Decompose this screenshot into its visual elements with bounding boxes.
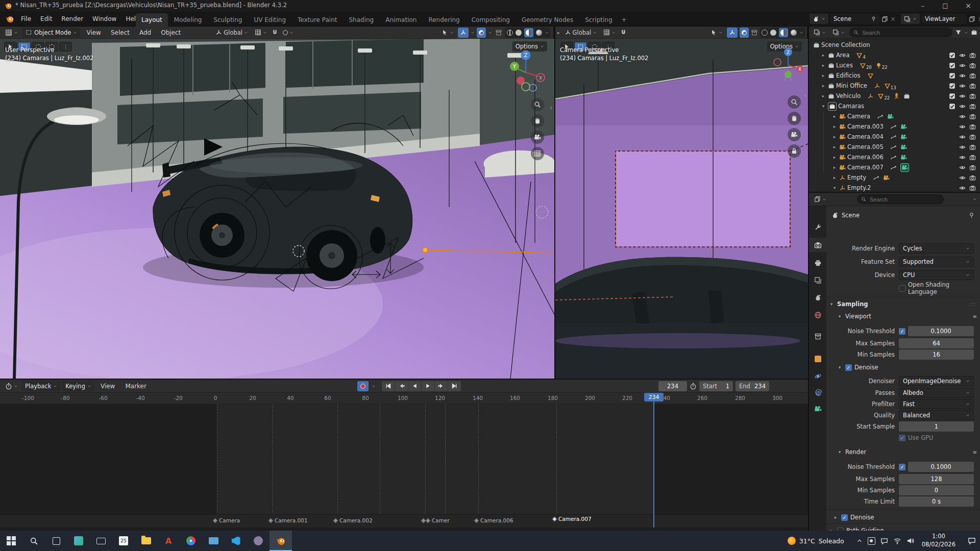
shading-wireframe-icon[interactable] (507, 30, 513, 36)
tab-object-data[interactable] (809, 402, 826, 415)
taskbar-search-button[interactable] (22, 531, 45, 551)
eye-icon[interactable] (959, 103, 966, 110)
notification-center-icon[interactable] (968, 537, 976, 545)
outliner-row-luces[interactable]: ▸ Luces 20 22 (809, 60, 980, 70)
tab-layout[interactable]: Layout (136, 13, 168, 27)
pin-icon[interactable] (968, 212, 975, 219)
proportional-editing-dropdown[interactable] (281, 28, 296, 38)
taskbar-app-gimp[interactable] (247, 531, 270, 551)
jump-to-start-button[interactable] (382, 381, 395, 391)
render-visibility-icon[interactable] (969, 83, 976, 89)
collapse-chevron-icon[interactable]: ▾ (820, 104, 826, 109)
expand-chevron-icon[interactable]: ▸ (831, 124, 838, 129)
tab-geometry-nodes[interactable]: Geometry Nodes (516, 13, 579, 27)
noise-threshold-checkbox[interactable]: ✓ (899, 464, 905, 470)
new-viewlayer-icon[interactable] (969, 16, 975, 22)
eye-icon[interactable] (959, 62, 966, 69)
expand-chevron-icon[interactable]: ▸ (820, 53, 826, 58)
outliner-row-empty[interactable]: ▸ Empty (809, 172, 980, 183)
tab-physics[interactable] (809, 369, 826, 383)
expand-chevron-icon[interactable]: ▸ (820, 93, 826, 98)
timeline-editor-type-dropdown[interactable] (3, 381, 20, 391)
menu-file[interactable]: File (16, 11, 36, 27)
maximize-button[interactable]: □ (934, 2, 957, 9)
marker-camera-001[interactable]: Camera.001 (269, 517, 308, 523)
tab-modeling[interactable]: Modeling (168, 13, 208, 27)
tab-view-layer[interactable] (809, 273, 826, 287)
overlays-toggle[interactable] (740, 28, 749, 38)
magnet-snap-icon[interactable] (272, 29, 278, 36)
chevron-down-icon[interactable] (972, 197, 977, 202)
volume-icon[interactable] (906, 537, 915, 545)
outliner-row-mini-office[interactable]: ▸ Mini Office 13 (809, 81, 980, 91)
expand-chevron-icon[interactable]: ▸ (831, 165, 838, 170)
eye-icon[interactable] (959, 93, 966, 99)
taskbar-app-chrome[interactable] (180, 531, 202, 551)
gizmo-x-label[interactable]: X (539, 76, 542, 81)
tray-expand-chevron-icon[interactable] (856, 538, 863, 544)
auto-keying-button[interactable] (357, 381, 369, 391)
taskbar-app-blender-active[interactable] (270, 531, 292, 551)
outliner-row-camera[interactable]: ▸ Camera (809, 111, 980, 121)
render-denoise-header[interactable]: ▸✓ Denoise (828, 512, 977, 522)
funnel-filter-icon[interactable] (955, 29, 962, 36)
vp-denoise-header[interactable]: ▾✓ Denoise (828, 362, 977, 372)
tab-render-active[interactable] (809, 238, 826, 252)
vp-menu-object[interactable]: Object (157, 27, 184, 38)
collapsed-menu-chevron[interactable]: ▸ (557, 30, 560, 35)
expand-chevron-icon[interactable]: ▸ (831, 144, 838, 149)
eye-icon[interactable] (959, 123, 966, 130)
properties-search[interactable] (857, 194, 944, 204)
render-visibility-icon[interactable] (969, 123, 976, 130)
taskbar-app-photos[interactable] (67, 531, 90, 551)
gizmos-toggle[interactable] (727, 28, 738, 38)
chevron-down-icon[interactable] (799, 31, 803, 35)
time-limit-field[interactable]: 0 s (899, 496, 974, 507)
eye-icon[interactable] (959, 185, 966, 191)
eye-icon[interactable] (959, 144, 966, 151)
eye-icon[interactable] (959, 113, 966, 120)
marker-camera-002[interactable]: Camera.002 (334, 517, 373, 523)
vp2-lock-control[interactable] (788, 144, 801, 158)
render-visibility-icon[interactable] (969, 144, 976, 151)
wifi-icon[interactable] (893, 537, 901, 545)
viewlayer-name-field[interactable]: ViewLayer (922, 14, 967, 24)
eye-icon[interactable] (959, 164, 966, 171)
max-samples-field[interactable]: 128 (899, 474, 974, 484)
xray-toggle-icon[interactable] (495, 29, 502, 36)
chevron-down-icon[interactable] (545, 31, 549, 35)
shading-material-icon[interactable] (524, 28, 533, 37)
render-visibility-icon[interactable] (969, 52, 976, 59)
scene-type-dropdown[interactable] (810, 14, 828, 24)
marker-camera[interactable]: Camera (213, 517, 240, 523)
vp2-zoom-control[interactable] (788, 95, 801, 109)
jump-to-end-button[interactable] (448, 381, 461, 391)
device-dropdown[interactable]: CPU (899, 270, 974, 280)
eye-icon[interactable] (959, 174, 966, 181)
outliner-row-camera-004[interactable]: ▸ Camera.004 (809, 132, 980, 142)
vp2-pan-control[interactable] (788, 112, 801, 125)
more-tools-button[interactable]: ⋮ (59, 42, 72, 52)
outliner-search[interactable] (849, 28, 952, 37)
tab-scene[interactable] (809, 291, 826, 304)
properties-editor-type-dropdown[interactable] (812, 194, 828, 205)
max-samples-field[interactable]: 64 (899, 338, 974, 348)
noise-threshold-field[interactable]: 0.1000 (908, 462, 974, 472)
tab-uv-editing[interactable]: UV Editing (248, 13, 291, 27)
start-sample-field[interactable]: 1 (899, 421, 974, 432)
render-visibility-icon[interactable] (969, 103, 976, 110)
taskbar-app-autocad[interactable]: A (157, 531, 180, 551)
timeline-body[interactable] (0, 404, 808, 520)
end-frame-field[interactable]: End 234 (736, 381, 769, 391)
weather-widget[interactable]: 31°C Soleado (788, 537, 844, 545)
marker-menu[interactable]: Marker (121, 380, 150, 392)
viewport-user-canvas[interactable] (0, 39, 554, 379)
outliner-row-camera-003[interactable]: ▸ Camera.003 (809, 121, 980, 132)
noise-threshold-field[interactable]: 0.1000 (908, 326, 974, 336)
expand-chevron-icon[interactable]: ▸ (831, 175, 838, 180)
vp-menu-select[interactable]: Select (107, 27, 133, 38)
play-reverse-button[interactable] (408, 381, 422, 391)
vp-menu-add[interactable]: Add (136, 27, 155, 38)
outliner-row-camera-006[interactable]: ▸ Camera.006 (809, 152, 980, 162)
min-samples-field[interactable]: 16 (899, 349, 974, 360)
